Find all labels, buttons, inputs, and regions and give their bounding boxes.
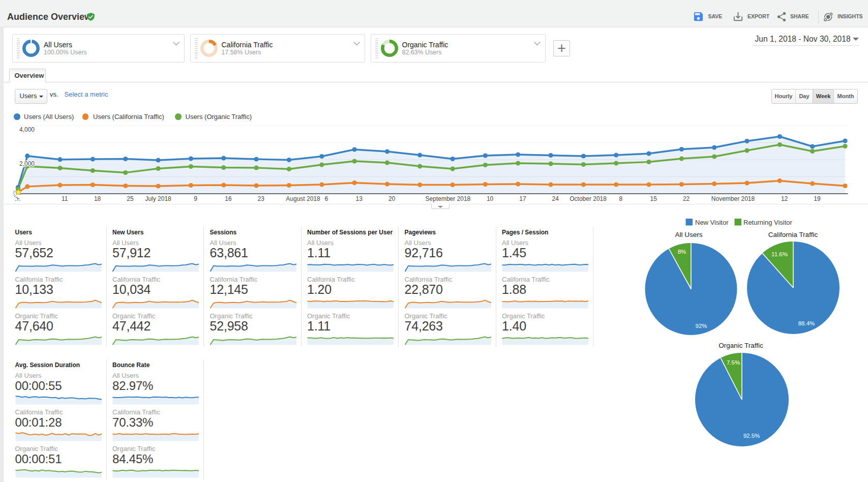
svg-text:October 2018: October 2018 <box>570 195 607 202</box>
svg-text:92%: 92% <box>695 323 707 329</box>
svg-text:8: 8 <box>619 195 623 202</box>
svg-text:11: 11 <box>62 195 68 202</box>
svg-text:August 2018: August 2018 <box>286 195 320 202</box>
svg-text:All Users: All Users <box>675 231 702 238</box>
svg-text:6: 6 <box>325 195 328 202</box>
svg-text:California Traffic: California Traffic <box>768 231 818 238</box>
svg-text:25: 25 <box>127 195 134 202</box>
svg-text:New Visitor: New Visitor <box>695 219 729 226</box>
svg-text:November 2018: November 2018 <box>711 195 755 202</box>
svg-text:15: 15 <box>650 195 657 202</box>
svg-text:20: 20 <box>388 195 396 202</box>
svg-text:88.4%: 88.4% <box>798 320 815 326</box>
svg-text:24: 24 <box>552 195 559 202</box>
svg-text:11.6%: 11.6% <box>771 251 788 257</box>
svg-text:Returning Visitor: Returning Visitor <box>743 219 793 226</box>
svg-text:July 2018: July 2018 <box>145 195 171 202</box>
svg-text:8%: 8% <box>678 249 686 255</box>
svg-text:16: 16 <box>225 195 232 202</box>
svg-text:22: 22 <box>683 195 690 202</box>
svg-text:10: 10 <box>487 195 494 202</box>
svg-text:13: 13 <box>356 195 363 202</box>
svg-text:12: 12 <box>781 195 788 202</box>
svg-text:19: 19 <box>814 195 821 202</box>
svg-text:92.5%: 92.5% <box>743 433 760 439</box>
svg-text:17: 17 <box>519 195 526 202</box>
svg-text:18: 18 <box>94 195 101 202</box>
svg-text:September 2018: September 2018 <box>426 195 471 202</box>
svg-text:2,000: 2,000 <box>19 160 35 167</box>
svg-text:Organic Traffic: Organic Traffic <box>719 342 763 349</box>
svg-text:7.5%: 7.5% <box>727 359 740 366</box>
svg-text:4,000: 4,000 <box>19 126 35 133</box>
svg-text:9: 9 <box>194 195 197 202</box>
svg-text:23: 23 <box>258 195 265 202</box>
